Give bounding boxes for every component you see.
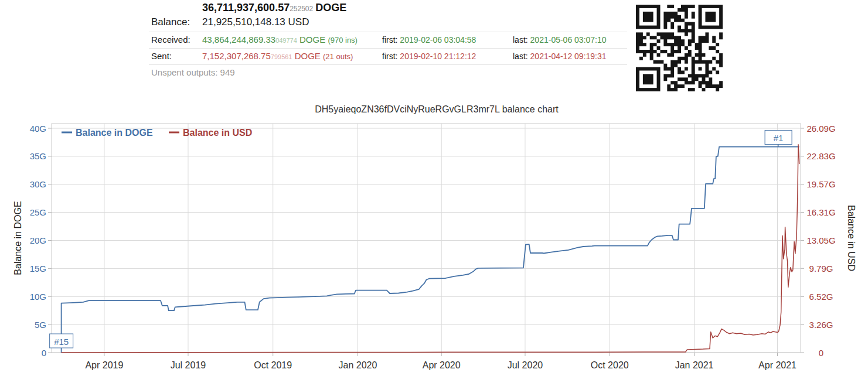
series-balance-in-doge: [62, 147, 799, 353]
right-axis-title: Balance in USD: [846, 205, 856, 271]
left-axis-title: Balance in DOGE: [13, 201, 23, 275]
divider: [149, 32, 627, 32]
y-left-tick-label: 10G: [30, 292, 46, 302]
x-axis: Apr 2019Jul 2019Oct 2019Jan 2020Apr 2020…: [85, 353, 796, 370]
y-right-tick-label: 22.83G: [806, 151, 835, 161]
y-right-tick-label: 26.09G: [806, 124, 835, 134]
x-axis-tick-label: Jan 2021: [675, 360, 714, 370]
address-summary-table: 36,711,937,600.57252502DOGE Balance: 21,…: [151, 1, 627, 84]
legend-item-balance-in-doge[interactable]: Balance in DOGE: [62, 128, 153, 138]
y-right-tick-label: 0: [819, 348, 823, 358]
sent-row: Sent: 7,152,307,268.75799561 DOGE (21 ou…: [151, 51, 627, 61]
x-axis-tick-label: Apr 2021: [758, 360, 796, 370]
balance-usd-label: Balance:: [151, 16, 202, 28]
x-axis-tick-label: Apr 2020: [423, 360, 461, 370]
x-axis-tick-label: Jul 2020: [508, 360, 543, 370]
balance-doge-decimals: 252502: [290, 5, 313, 13]
received-first-label: first:: [382, 35, 397, 45]
divider: [149, 48, 627, 49]
plot-area[interactable]: [52, 124, 801, 353]
x-axis-tick-label: Oct 2019: [254, 360, 292, 370]
balance-chart: DH5yaieqoZN36fDVciNyRueRGvGLR3mr7L balan…: [0, 101, 868, 376]
series-balance-in-usd: [62, 145, 799, 353]
balance-usd-row: Balance: 21,925,510,148.13 USD: [151, 16, 627, 28]
received-amount: 43,864,244,869.33: [202, 35, 275, 45]
y-right-tick-label: 19.57G: [806, 179, 835, 189]
legend-item-balance-in-usd[interactable]: Balance in USD: [169, 128, 252, 138]
annotation-flag-15[interactable]: #15: [50, 334, 73, 348]
unspent-outputs-value: 949: [220, 67, 235, 77]
sent-last-date: 2021-04-12 09:19:31: [530, 52, 607, 61]
unspent-outputs-label: Unspent outputs:: [151, 67, 217, 77]
flag-label: #15: [54, 337, 69, 347]
y-axis-right: 03.26G6.52G9.79G13.05G16.31G19.57G22.83G…: [801, 124, 836, 358]
y-left-tick-label: 35G: [30, 151, 46, 161]
chart-title: DH5yaieqoZN36fDVciNyRueRGvGLR3mr7L balan…: [315, 104, 559, 114]
sent-first-label: first:: [382, 52, 397, 61]
legend-label: Balance in USD: [183, 128, 252, 138]
legend-label: Balance in DOGE: [76, 128, 153, 138]
y-right-tick-label: 3.26G: [809, 320, 833, 330]
unspent-outputs-row: Unspent outputs: 949: [151, 67, 627, 77]
y-right-tick-label: 16.31G: [806, 207, 835, 217]
x-axis-tick-label: Jul 2019: [171, 360, 206, 370]
sent-label: Sent:: [151, 51, 202, 61]
received-first-date: 2019-02-06 03:04:58: [400, 35, 476, 45]
balance-doge-unit: DOGE: [315, 2, 346, 13]
y-left-tick-label: 15G: [30, 264, 46, 274]
received-last-label: last:: [513, 35, 528, 45]
sent-amount-decimals: 799561: [271, 53, 292, 60]
y-right-tick-label: 9.79G: [809, 264, 833, 274]
balance-usd-value: 21,925,510,148.13 USD: [202, 16, 382, 28]
sent-last-label: last:: [513, 52, 528, 61]
balance-doge-row: 36,711,937,600.57252502DOGE: [151, 2, 627, 14]
divider: [149, 64, 627, 65]
sent-unit: DOGE: [295, 51, 321, 61]
qr-code: [636, 5, 723, 91]
y-right-tick-label: 13.05G: [806, 235, 835, 245]
flag-label: #1: [774, 133, 784, 143]
sent-count: (21 outs): [323, 52, 353, 61]
y-left-tick-label: 20G: [30, 235, 46, 245]
received-unit: DOGE: [299, 35, 325, 45]
x-axis-tick-label: Apr 2019: [85, 360, 123, 370]
sent-amount: 7,152,307,268.75: [202, 51, 271, 61]
grid: [52, 124, 801, 353]
y-left-tick-label: 0: [42, 348, 46, 358]
x-axis-tick-label: Jan 2020: [339, 360, 377, 370]
received-count: (970 ins): [328, 36, 358, 45]
y-left-tick-label: 5G: [35, 320, 46, 330]
y-right-tick-label: 6.52G: [809, 292, 833, 302]
y-axis-left: 05G10G15G20G25G30G35G40G: [30, 124, 52, 358]
sent-first-date: 2019-02-10 21:12:12: [400, 52, 476, 61]
x-axis-tick-label: Oct 2020: [591, 360, 629, 370]
received-last-date: 2021-05-06 03:07:10: [530, 35, 607, 45]
balance-doge-value: 36,711,937,600.57: [202, 2, 290, 13]
y-left-tick-label: 30G: [30, 179, 46, 189]
y-left-tick-label: 40G: [30, 124, 46, 134]
received-amount-decimals: 049774: [275, 37, 297, 44]
y-left-tick-label: 25G: [30, 207, 46, 217]
received-row: Received: 43,864,244,869.33049774 DOGE (…: [151, 35, 627, 45]
received-label: Received:: [151, 35, 202, 45]
annotation-flag-1[interactable]: #1: [765, 131, 792, 147]
